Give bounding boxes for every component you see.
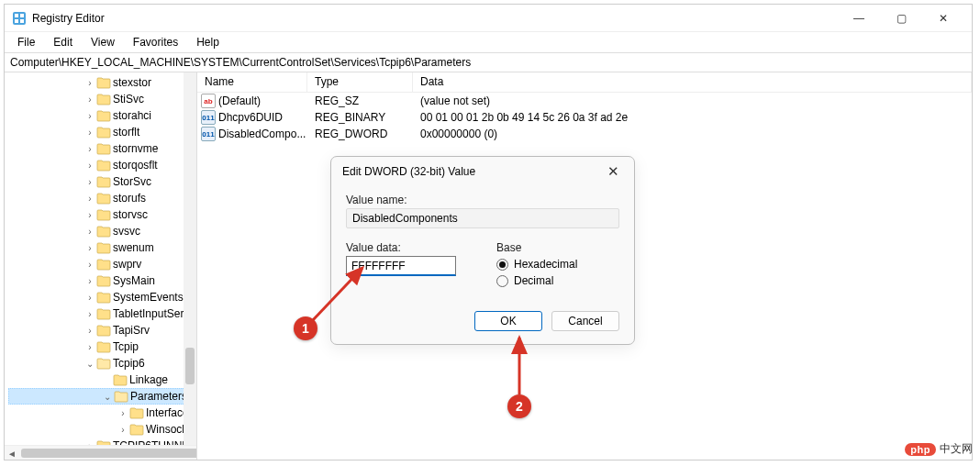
menubar: File Edit View Favorites Help — [5, 32, 972, 52]
chevron-right-icon[interactable]: › — [84, 293, 96, 303]
list-header: Name Type Data — [197, 72, 972, 93]
value-data: 0x00000000 (0) — [413, 128, 972, 140]
base-label: Base — [496, 241, 619, 254]
tree-item-swenum[interactable]: ›swenum — [8, 239, 196, 256]
tree-item-parameters[interactable]: ⌄Parameters — [8, 388, 196, 405]
chevron-right-icon[interactable]: › — [117, 408, 129, 418]
watermark-pill: php — [905, 443, 936, 456]
tree-item-swprv[interactable]: ›swprv — [8, 256, 196, 272]
dialog-close-icon[interactable]: ✕ — [603, 163, 623, 180]
tree-item-storahci[interactable]: ›storahci — [8, 107, 196, 124]
tree-item-label: TapiSrv — [113, 324, 150, 337]
reg-binary-icon: 011 — [201, 127, 216, 141]
cancel-button[interactable]: Cancel — [551, 311, 619, 331]
value-row[interactable]: ab(Default)REG_SZ(value not set) — [197, 93, 972, 109]
tree-item-storqosflt[interactable]: ›storqosflt — [8, 157, 196, 173]
tree-item-label: Tcpip6 — [113, 357, 145, 370]
app-icon — [12, 11, 27, 26]
tree-item-label: storqosflt — [113, 159, 158, 172]
tree-pane[interactable]: ›stexstor›StiSvc›storahci›storflt›stornv… — [5, 72, 197, 460]
chevron-down-icon[interactable]: ⌄ — [84, 359, 96, 369]
tree-item-tabletinputser[interactable]: ›TabletInputSer — [8, 305, 196, 322]
chevron-right-icon[interactable]: › — [84, 194, 96, 204]
tree-item-tcpip[interactable]: ›Tcpip — [8, 338, 196, 355]
tree-item-stexstor[interactable]: ›stexstor — [8, 74, 196, 91]
chevron-right-icon[interactable]: › — [84, 161, 96, 171]
chevron-right-icon[interactable]: › — [84, 128, 96, 138]
tree-item-linkage[interactable]: Linkage — [8, 372, 196, 388]
header-name[interactable]: Name — [197, 72, 307, 92]
menu-help[interactable]: Help — [189, 34, 227, 50]
tree-item-interface[interactable]: ›Interface — [8, 405, 196, 421]
tree-item-label: storflt — [113, 126, 139, 139]
chevron-right-icon[interactable]: › — [84, 94, 96, 105]
chevron-right-icon[interactable]: › — [84, 210, 96, 220]
value-row[interactable]: 011Dhcpv6DUIDREG_BINARY00 01 00 01 2b 0b… — [197, 109, 972, 126]
chevron-right-icon[interactable]: › — [84, 78, 96, 88]
scroll-left-icon[interactable]: ◄ — [5, 446, 19, 460]
scrollbar-thumb[interactable] — [185, 348, 195, 384]
value-row[interactable]: 011DisabledCompo...REG_DWORD0x00000000 (… — [197, 126, 972, 142]
radio-hexadecimal[interactable]: Hexadecimal — [496, 258, 619, 271]
tree-horizontal-scrollbar[interactable]: ◄ ► — [5, 445, 196, 460]
dialog-titlebar: Edit DWORD (32-bit) Value ✕ — [331, 157, 634, 186]
maximize-button[interactable]: ▢ — [880, 5, 922, 32]
scrollbar-thumb[interactable] — [21, 449, 197, 458]
tree-item-winsock[interactable]: ›Winsock — [8, 421, 196, 438]
tree-item-label: SysMain — [113, 274, 155, 287]
chevron-right-icon[interactable]: › — [84, 309, 96, 319]
tree-item-tapisrv[interactable]: ›TapiSrv — [8, 322, 196, 338]
annotation-badge-1: 1 — [294, 316, 317, 340]
menu-edit[interactable]: Edit — [46, 34, 80, 50]
value-name: DisabledCompo... — [218, 128, 306, 140]
chevron-right-icon[interactable]: › — [84, 326, 96, 336]
address-bar[interactable]: Computer\HKEY_LOCAL_MACHINE\SYSTEM\Curre… — [5, 52, 972, 72]
chevron-right-icon[interactable]: › — [84, 111, 96, 121]
chevron-right-icon[interactable]: › — [84, 144, 96, 154]
svg-rect-3 — [15, 19, 18, 23]
tree-item-tcpip6[interactable]: ⌄Tcpip6 — [8, 355, 196, 372]
ok-button[interactable]: OK — [474, 311, 542, 331]
chevron-right-icon[interactable]: › — [84, 260, 96, 270]
value-name-field: DisabledComponents — [346, 208, 619, 228]
tree-item-storufs[interactable]: ›storufs — [8, 190, 196, 206]
chevron-right-icon[interactable]: › — [84, 177, 96, 187]
tree-item-systemeventsb[interactable]: ›SystemEventsB — [8, 289, 196, 305]
chevron-down-icon[interactable]: ⌄ — [101, 392, 114, 402]
chevron-right-icon[interactable]: › — [84, 276, 96, 286]
tree-item-storflt[interactable]: ›storflt — [8, 124, 196, 140]
tree-item-label: StiSvc — [113, 93, 144, 105]
tree-item-label: stornvme — [113, 142, 158, 155]
watermark-text: 中文网 — [940, 441, 973, 457]
chevron-right-icon[interactable]: › — [84, 227, 96, 237]
value-type: REG_DWORD — [307, 128, 413, 140]
chevron-right-icon[interactable]: › — [117, 425, 129, 435]
folder-icon — [96, 258, 111, 271]
folder-icon — [96, 208, 111, 221]
minimize-button[interactable]: — — [838, 5, 880, 32]
radio-decimal[interactable]: Decimal — [496, 274, 619, 287]
tree-item-stornvme[interactable]: ›stornvme — [8, 140, 196, 157]
tree-vertical-scrollbar[interactable] — [184, 72, 196, 460]
dialog-title: Edit DWORD (32-bit) Value — [342, 165, 603, 178]
dialog-body: Value name: DisabledComponents Value dat… — [331, 186, 634, 307]
value-data-input[interactable] — [346, 256, 456, 276]
tree-item-storsvc[interactable]: ›StorSvc — [8, 173, 196, 190]
folder-icon — [96, 357, 111, 370]
menu-favorites[interactable]: Favorites — [126, 34, 185, 50]
value-type: REG_BINARY — [307, 111, 413, 124]
folder-icon — [113, 373, 128, 386]
chevron-right-icon[interactable]: › — [84, 243, 96, 253]
chevron-right-icon[interactable]: › — [84, 342, 96, 352]
menu-view[interactable]: View — [84, 34, 122, 50]
tree-item-stisvc[interactable]: ›StiSvc — [8, 91, 196, 107]
header-data[interactable]: Data — [413, 72, 972, 92]
tree-item-storvsc[interactable]: ›storvsc — [8, 206, 196, 223]
tree-item-sysmain[interactable]: ›SysMain — [8, 272, 196, 289]
header-type[interactable]: Type — [307, 72, 413, 92]
folder-icon — [96, 225, 111, 238]
reg-binary-icon: 011 — [201, 110, 216, 125]
menu-file[interactable]: File — [10, 34, 42, 50]
tree-item-svsvc[interactable]: ›svsvc — [8, 223, 196, 239]
close-button[interactable]: ✕ — [922, 5, 964, 32]
